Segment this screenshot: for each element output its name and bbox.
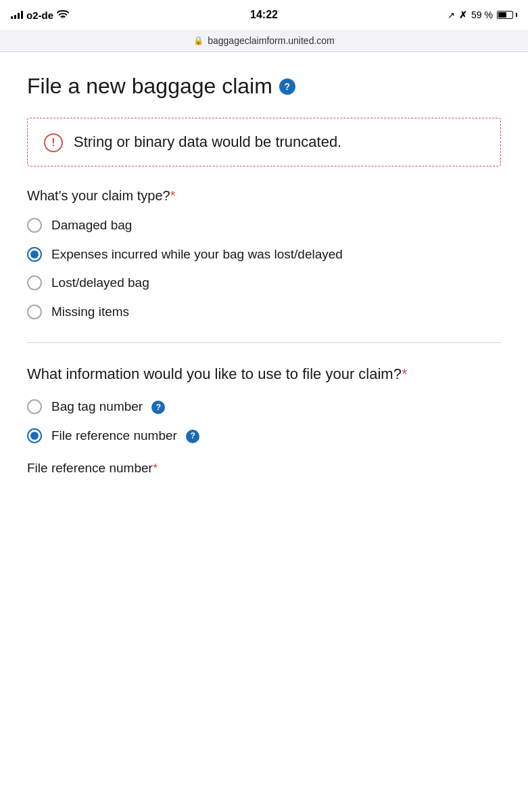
signal-bars-icon [11, 11, 23, 19]
error-message-text: String or binary data would be truncated… [74, 132, 341, 152]
radio-item-expenses[interactable]: Expenses incurred while your bag was los… [27, 246, 501, 263]
radio-item-lost[interactable]: Lost/delayed bag [27, 275, 501, 292]
radio-lost-indicator [27, 275, 42, 290]
section-divider [27, 342, 501, 343]
status-bar-right: ↗ ✗ 59 % [448, 9, 517, 20]
error-box: ! String or binary data would be truncat… [27, 118, 501, 166]
radio-damaged-label: Damaged bag [51, 217, 132, 234]
wifi-icon [57, 9, 69, 20]
radio-missing-label: Missing items [51, 304, 129, 321]
file-info-radio-group: Bag tag number ? File reference number ? [27, 399, 501, 444]
radio-bag-tag-indicator [27, 399, 42, 414]
radio-missing-indicator [27, 304, 42, 319]
radio-file-ref-label: File reference number ? [51, 428, 199, 445]
claim-type-label: What's your claim type?* [27, 188, 501, 204]
battery-percent: 59 % [471, 9, 493, 20]
file-info-label: What information would you like to use t… [27, 365, 501, 384]
status-bar-left: o2-de [11, 9, 69, 21]
radio-item-missing[interactable]: Missing items [27, 304, 501, 321]
page-title-row: File a new baggage claim ? [27, 74, 501, 99]
radio-item-damaged[interactable]: Damaged bag [27, 217, 501, 234]
status-bar: o2-de 14:22 ↗ ✗ 59 % [0, 0, 528, 30]
radio-file-ref-dot [30, 432, 39, 440]
radio-expenses-label: Expenses incurred while your bag was los… [51, 246, 343, 263]
page-title: File a new baggage claim [27, 74, 272, 99]
file-ref-help-icon[interactable]: ? [186, 430, 199, 443]
browser-bar: 🔒 baggageclaimform.united.com [0, 30, 528, 52]
file-info-section: What information would you like to use t… [27, 365, 501, 476]
file-ref-field-label: File reference number* [27, 461, 501, 476]
claim-type-section: What's your claim type?* Damaged bag Exp… [27, 188, 501, 321]
radio-expenses-indicator [27, 247, 42, 262]
location-arrow-icon: ↗ [448, 10, 455, 20]
claim-type-radio-group: Damaged bag Expenses incurred while your… [27, 217, 501, 321]
bluetooth-icon: ✗ [459, 9, 467, 20]
page-help-icon[interactable]: ? [279, 78, 295, 95]
battery-icon [497, 11, 517, 19]
radio-item-bag-tag[interactable]: Bag tag number ? [27, 399, 501, 415]
radio-lost-label: Lost/delayed bag [51, 275, 149, 292]
svg-point-0 [62, 18, 64, 18]
lock-icon: 🔒 [193, 36, 203, 45]
main-content: File a new baggage claim ? ! String or b… [0, 52, 528, 503]
radio-expenses-dot [30, 250, 39, 258]
bag-tag-help-icon[interactable]: ? [151, 401, 165, 414]
status-time: 14:22 [250, 9, 278, 21]
radio-bag-tag-label: Bag tag number ? [51, 399, 165, 415]
radio-damaged-indicator [27, 218, 42, 233]
browser-url: baggageclaimform.united.com [208, 35, 335, 46]
radio-file-ref-indicator [27, 428, 42, 443]
error-alert-icon: ! [44, 133, 63, 152]
radio-item-file-ref[interactable]: File reference number ? [27, 428, 501, 445]
carrier-label: o2-de [26, 9, 53, 21]
